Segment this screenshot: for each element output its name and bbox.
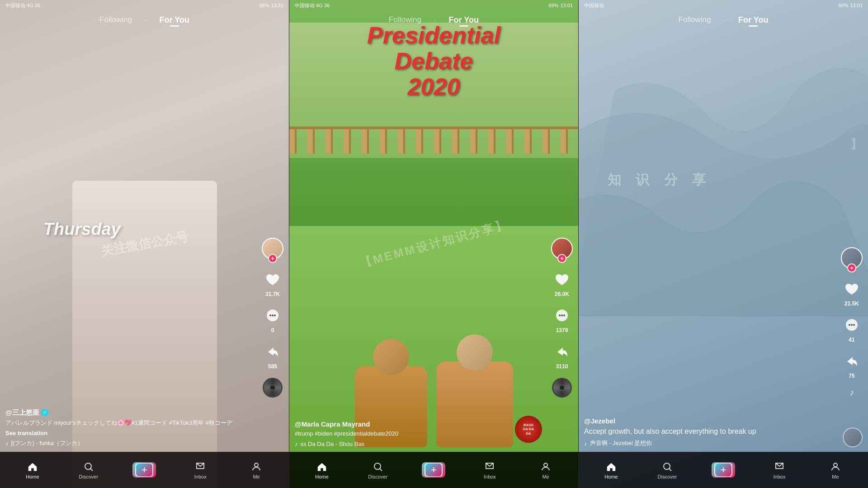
svg-point-9	[561, 314, 563, 316]
nav-home-1[interactable]: Home	[19, 461, 46, 479]
comment-button-2[interactable]: 1379	[552, 305, 572, 333]
comment-icon-3	[841, 315, 862, 336]
nav-plus-3[interactable]: +	[710, 462, 737, 478]
comment-count-2: 1379	[556, 327, 568, 333]
battery-2: 69%	[548, 3, 558, 8]
nav-discover-3[interactable]: Discover	[654, 461, 681, 479]
like-button-2[interactable]: 26.0K	[552, 269, 572, 297]
music-note-icon-3: ♪	[849, 387, 854, 398]
nav-me-label-3: Me	[832, 474, 839, 479]
carrier-1: 中国移动 4G 36	[5, 2, 40, 9]
nav-home-label-2: Home	[315, 474, 328, 479]
tab-following-1[interactable]: Following	[99, 15, 132, 25]
nav-plus-2[interactable]: +	[420, 462, 447, 478]
comment-icon-1	[262, 305, 283, 326]
svg-point-10	[563, 314, 565, 316]
battery-3: 69%	[838, 3, 848, 8]
svg-point-16	[851, 324, 853, 326]
svg-point-18	[664, 463, 670, 469]
bottom-nav-2: Home Discover + Inbox Me	[289, 452, 578, 488]
music-disc-inner-2	[559, 385, 565, 391]
status-bar-2: 中国移动 4G 36 69% 13:01	[289, 0, 578, 11]
nav-inbox-label-1: Inbox	[194, 474, 207, 479]
heart-icon-2	[552, 269, 572, 290]
caption-2: #trump #biden #presidentialdebate2020	[295, 430, 547, 438]
tab-foryou-2[interactable]: For You	[449, 15, 479, 25]
music-title-2: ss Da Da Da - Shou Bas	[301, 441, 365, 447]
status-left-3: 中国移动	[584, 2, 604, 9]
plus-button-3[interactable]: +	[712, 462, 735, 478]
like-count-1: 31.7K	[265, 291, 280, 297]
share-icon-1	[262, 342, 283, 362]
music-title-3: 声音啊 - Jezebel 是想你	[590, 439, 652, 447]
share-count-1: 585	[268, 363, 277, 370]
tab-foryou-1[interactable]: For You	[160, 15, 189, 25]
content-area-1: + 31.7K	[0, 28, 289, 452]
phone-panel-2: BASSDA DADA 【MEMM设计知识分享】 中国移动 4G 36 69% …	[289, 0, 579, 488]
tab-following-3[interactable]: Following	[679, 15, 711, 25]
handle-3: @Jezebel	[584, 417, 615, 425]
nav-home-2[interactable]: Home	[308, 461, 335, 479]
status-right-1: 66% 13:31	[259, 3, 283, 8]
svg-point-13	[544, 463, 547, 467]
svg-point-17	[853, 324, 855, 326]
nav-inbox-1[interactable]: Inbox	[187, 461, 214, 479]
phone-panel-3: 知 识 分 享 】 中国移动 69% 13:01 Following · For…	[579, 0, 868, 488]
tab-following-2[interactable]: Following	[389, 15, 421, 25]
comment-button-3[interactable]: 41	[841, 315, 862, 343]
nav-inbox-2[interactable]: Inbox	[476, 461, 503, 479]
like-button-3[interactable]: 21.5K	[841, 279, 862, 307]
discover-icon-3	[661, 461, 673, 473]
svg-point-1	[269, 314, 271, 316]
nav-me-2[interactable]: Me	[532, 461, 559, 479]
nav-plus-1[interactable]: +	[131, 462, 158, 478]
username-2: @Marla Capra Mayrand	[295, 420, 547, 428]
content-area-2: + 26.0K 137	[289, 28, 578, 452]
music-title-1: ∫(フンカ) - funka（フンカ）	[11, 439, 84, 447]
like-count-3: 21.5K	[844, 300, 859, 307]
nav-discover-label-1: Discover	[79, 474, 98, 479]
nav-me-1[interactable]: Me	[243, 461, 270, 479]
svg-point-4	[85, 463, 91, 469]
thursday-label: Thursday	[43, 220, 121, 239]
comment-button-1[interactable]: 0	[262, 305, 283, 333]
share-button-1[interactable]: 585	[262, 342, 283, 370]
username-3: @Jezebel	[584, 417, 836, 425]
bottom-info-1: @三上悠亜 ✓ アパレルブランド miyour'sチェックしてね🌸💖#1週間コー…	[5, 408, 257, 447]
nav-me-3[interactable]: Me	[822, 461, 849, 479]
see-translation-1[interactable]: See translation	[5, 430, 257, 436]
share-button-3[interactable]: 75	[841, 351, 862, 379]
plus-icon-2: +	[425, 464, 442, 476]
status-right-2: 69% 13:01	[548, 3, 573, 8]
music-note-1: ♪	[5, 440, 9, 447]
bottom-info-3: @Jezebel Accept growth, but also accept …	[584, 417, 836, 447]
nav-tabs-2: Following · For You	[289, 11, 578, 28]
like-count-2: 26.0K	[555, 291, 569, 297]
plus-button-2[interactable]: +	[422, 462, 445, 478]
nav-tabs-1: Following · For You	[0, 11, 289, 28]
avatar-plus-2[interactable]: +	[557, 254, 566, 263]
share-button-2[interactable]: 3110	[552, 342, 572, 370]
status-right-3: 69% 13:01	[838, 3, 863, 8]
status-left-1: 中国移动 4G 36	[5, 2, 40, 9]
nav-inbox-3[interactable]: Inbox	[766, 461, 793, 479]
time-3: 13:01	[850, 3, 863, 8]
profile-avatar-3	[843, 427, 863, 447]
home-icon-3	[605, 461, 617, 473]
nav-sep-1: ·	[145, 15, 147, 25]
nav-home-3[interactable]: Home	[598, 461, 625, 479]
battery-1: 66%	[259, 3, 269, 8]
avatar-plus-3[interactable]: +	[847, 263, 856, 272]
nav-discover-1[interactable]: Discover	[75, 461, 102, 479]
svg-line-5	[90, 469, 93, 471]
tab-foryou-3[interactable]: For You	[738, 15, 768, 25]
like-button-1[interactable]: 31.7K	[262, 269, 283, 297]
avatar-plus-1[interactable]: +	[268, 254, 277, 263]
plus-button-1[interactable]: +	[132, 462, 156, 478]
svg-line-12	[380, 469, 382, 471]
heart-icon-1	[262, 269, 283, 290]
me-icon-2	[540, 461, 552, 473]
verified-badge-1: ✓	[41, 409, 48, 416]
plus-icon-3: +	[715, 464, 731, 476]
nav-discover-2[interactable]: Discover	[364, 461, 392, 479]
